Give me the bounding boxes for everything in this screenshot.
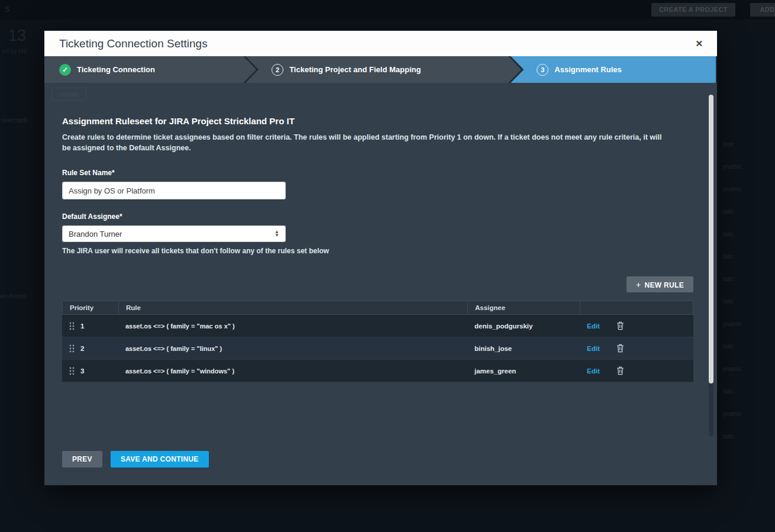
step-label: Ticketing Connection: [77, 65, 155, 74]
prev-button[interactable]: PREV: [62, 451, 102, 467]
rule-assignee: denis_podgurskiy: [474, 323, 532, 330]
delete-rule-trash-icon[interactable]: [616, 366, 624, 375]
select-updown-icon: ▲▼: [275, 230, 279, 237]
column-header-rule: Rule: [119, 301, 468, 314]
plus-icon: +: [636, 280, 641, 289]
default-assignee-label: Default Assignee*: [62, 212, 693, 221]
scrollbar-thumb[interactable]: [709, 95, 713, 383]
wizard-stepper: ✓ Ticketing Connection 2 Ticketing Proje…: [44, 56, 717, 83]
delete-rule-trash-icon[interactable]: [616, 344, 624, 353]
rule-assignee: binish_jose: [474, 345, 512, 352]
rule-priority: 2: [80, 345, 84, 352]
step-ticketing-connection[interactable]: ✓ Ticketing Connection: [44, 56, 256, 83]
check-icon: ✓: [59, 64, 71, 76]
table-row: 1 asset.os <=> ( family = "mac os x" ) d…: [62, 315, 693, 337]
new-rule-row: +NEW RULE: [62, 276, 693, 292]
default-assignee-value: Brandon Turner: [69, 230, 275, 238]
step-label: Assignment Rules: [554, 65, 621, 74]
assignment-rules-table: Priority Rule Assignee 1 asset.os <=> ( …: [62, 301, 693, 382]
bg-update-button-fragment: Update: [51, 88, 86, 101]
close-icon[interactable]: ✕: [692, 36, 706, 51]
column-header-assignee: Assignee: [468, 301, 580, 314]
rule-set-name-label: Rule Set Name*: [62, 169, 693, 177]
rule-expression: asset.os <=> ( family = "windows" ): [125, 367, 234, 375]
column-header-priority: Priority: [63, 301, 119, 314]
step-number-icon: 2: [272, 64, 283, 76]
rule-expression: asset.os <=> ( family = "mac os x" ): [125, 323, 235, 330]
modal-scrollbar[interactable]: [709, 95, 713, 437]
column-header-actions: [580, 301, 693, 314]
step-assignment-rules[interactable]: 3 Assignment Rules: [511, 56, 716, 83]
table-row: 3 asset.os <=> ( family = "windows" ) ja…: [62, 360, 693, 382]
rule-assignee: james_green: [474, 367, 516, 375]
default-assignee-help: The JIRA user will receive all tickets t…: [62, 247, 693, 255]
save-and-continue-button[interactable]: SAVE AND CONTINUE: [111, 451, 209, 467]
modal-header: Ticketing Connection Settings ✕: [44, 31, 717, 56]
default-assignee-select[interactable]: Brandon Turner ▲▼: [62, 225, 286, 242]
new-rule-button[interactable]: +NEW RULE: [627, 276, 693, 292]
delete-rule-trash-icon[interactable]: [616, 321, 624, 330]
step-number-icon: 3: [537, 64, 548, 76]
step-project-field-mapping[interactable]: 2 Ticketing Project and Field Mapping: [246, 56, 521, 83]
modal-footer: PREV SAVE AND CONTINUE: [62, 451, 693, 467]
rule-set-name-input[interactable]: [62, 182, 286, 199]
edit-rule-link[interactable]: Edit: [587, 345, 600, 352]
modal-title: Ticketing Connection Settings: [59, 37, 692, 50]
edit-rule-link[interactable]: Edit: [587, 323, 600, 330]
ticketing-connection-settings-modal: Ticketing Connection Settings ✕ ✓ Ticket…: [44, 31, 717, 485]
step-label: Ticketing Project and Field Mapping: [289, 65, 421, 74]
rule-priority: 3: [80, 367, 84, 375]
modal-body: Update Assignment Ruleseet for JIRA Proj…: [44, 83, 717, 485]
drag-handle-icon[interactable]: [69, 366, 75, 376]
rule-priority: 1: [80, 323, 84, 330]
rule-expression: asset.os <=> ( family = "linux" ): [125, 345, 222, 352]
table-row: 2 asset.os <=> ( family = "linux" ) bini…: [62, 337, 693, 360]
drag-handle-icon[interactable]: [69, 344, 75, 353]
ruleset-heading: Assignment Ruleseet for JIRA Project Str…: [62, 116, 693, 126]
drag-handle-icon[interactable]: [69, 321, 75, 331]
edit-rule-link[interactable]: Edit: [587, 367, 600, 375]
table-header-row: Priority Rule Assignee: [62, 301, 693, 315]
ruleset-description: Create rules to determine ticket assigne…: [62, 132, 666, 153]
